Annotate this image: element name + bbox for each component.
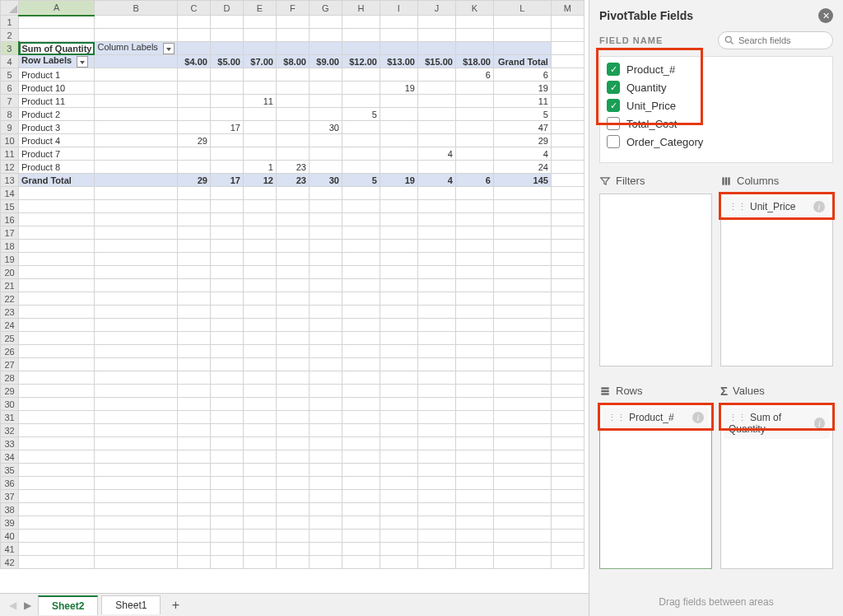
cell-36-K[interactable] [455, 477, 493, 490]
cell-4-H[interactable]: $12.00 [342, 55, 380, 68]
cell-3-L[interactable] [493, 42, 551, 55]
cell-27-I[interactable] [380, 358, 417, 371]
cell-26-K[interactable] [455, 345, 493, 358]
cell-34-E[interactable] [243, 450, 276, 464]
cell-7-G[interactable] [309, 95, 342, 108]
pill-Sum-of-Quantity[interactable]: ⋮⋮Sum of Quantityi [724, 408, 830, 439]
cell-10-C[interactable]: 29 [177, 134, 210, 147]
cell-14-G[interactable] [309, 187, 342, 200]
cell-38-A[interactable] [19, 503, 95, 516]
cell-25-F[interactable] [276, 332, 309, 345]
col-header-D[interactable]: D [210, 1, 243, 16]
cell-21-E[interactable] [243, 279, 276, 292]
cell-30-C[interactable] [177, 398, 210, 411]
cell-19-L[interactable] [493, 253, 551, 266]
cell-40-J[interactable] [417, 530, 455, 543]
cell-17-H[interactable] [342, 226, 380, 240]
cell-9-K[interactable] [455, 121, 493, 134]
cell-30-F[interactable] [276, 398, 309, 411]
cell-22-M[interactable] [551, 292, 584, 306]
cell-42-F[interactable] [276, 556, 309, 569]
add-sheet-button[interactable]: + [165, 598, 185, 613]
cell-37-F[interactable] [276, 490, 309, 503]
col-header-K[interactable]: K [455, 1, 493, 16]
cell-42-K[interactable] [455, 556, 493, 569]
cell-38-K[interactable] [455, 503, 493, 516]
cell-8-C[interactable] [177, 108, 210, 121]
row-header-6[interactable]: 6 [1, 82, 19, 95]
cell-40-M[interactable] [551, 530, 584, 543]
cell-37-G[interactable] [309, 490, 342, 503]
cell-30-I[interactable] [380, 398, 417, 411]
cell-38-G[interactable] [309, 503, 342, 516]
cell-28-M[interactable] [551, 371, 584, 385]
cell-9-H[interactable] [342, 121, 380, 134]
cell-17-C[interactable] [177, 226, 210, 240]
cell-25-G[interactable] [309, 332, 342, 345]
pill-Unit_Price[interactable]: ⋮⋮Unit_Pricei [724, 197, 830, 217]
cell-24-A[interactable] [19, 319, 95, 332]
cell-11-I[interactable] [380, 147, 417, 161]
row-header-10[interactable]: 10 [1, 134, 19, 147]
cell-24-L[interactable] [493, 319, 551, 332]
cell-1-C[interactable] [177, 16, 210, 29]
cell-20-E[interactable] [243, 266, 276, 279]
cell-6-J[interactable] [417, 82, 455, 95]
cell-12-I[interactable] [380, 161, 417, 174]
cell-41-K[interactable] [455, 543, 493, 556]
cell-31-L[interactable] [493, 411, 551, 424]
cell-36-D[interactable] [210, 477, 243, 490]
cell-6-A[interactable]: Product 10 [19, 82, 95, 95]
cell-26-D[interactable] [210, 345, 243, 358]
cell-27-K[interactable] [455, 358, 493, 371]
cell-14-J[interactable] [417, 187, 455, 200]
cell-33-I[interactable] [380, 437, 417, 450]
checkbox-Quantity[interactable] [607, 81, 620, 94]
checkbox-Product_#[interactable] [607, 63, 620, 76]
cell-28-E[interactable] [243, 371, 276, 385]
cell-6-K[interactable] [455, 82, 493, 95]
row-header-37[interactable]: 37 [1, 490, 19, 503]
cell-28-A[interactable] [19, 371, 95, 385]
cell-24-E[interactable] [243, 319, 276, 332]
cell-38-F[interactable] [276, 503, 309, 516]
cell-5-F[interactable] [276, 68, 309, 82]
cell-3-B[interactable]: Column Labels [95, 42, 177, 55]
cell-7-A[interactable]: Product 11 [19, 95, 95, 108]
cell-12-A[interactable]: Product 8 [19, 161, 95, 174]
cell-41-I[interactable] [380, 543, 417, 556]
cell-16-M[interactable] [551, 213, 584, 226]
col-header-A[interactable]: A [19, 1, 95, 16]
cell-18-J[interactable] [417, 240, 455, 253]
cell-24-H[interactable] [342, 319, 380, 332]
cell-27-L[interactable] [493, 358, 551, 371]
cell-11-A[interactable]: Product 7 [19, 147, 95, 161]
cell-28-J[interactable] [417, 371, 455, 385]
row-header-5[interactable]: 5 [1, 68, 19, 82]
field-Total_Cost[interactable]: Total_Cost [605, 114, 827, 133]
cell-2-M[interactable] [551, 29, 584, 42]
cell-36-M[interactable] [551, 477, 584, 490]
cell-21-I[interactable] [380, 279, 417, 292]
cell-39-I[interactable] [380, 516, 417, 530]
checkbox-Total_Cost[interactable] [607, 117, 620, 130]
cell-35-M[interactable] [551, 464, 584, 477]
cell-37-K[interactable] [455, 490, 493, 503]
cell-18-G[interactable] [309, 240, 342, 253]
cell-6-M[interactable] [551, 82, 584, 95]
cell-24-J[interactable] [417, 319, 455, 332]
cell-39-D[interactable] [210, 516, 243, 530]
cell-25-C[interactable] [177, 332, 210, 345]
cell-41-F[interactable] [276, 543, 309, 556]
cell-18-E[interactable] [243, 240, 276, 253]
column-labels-dropdown[interactable] [163, 43, 175, 54]
cell-16-I[interactable] [380, 213, 417, 226]
cell-19-E[interactable] [243, 253, 276, 266]
cell-30-G[interactable] [309, 398, 342, 411]
cell-16-K[interactable] [455, 213, 493, 226]
cell-42-D[interactable] [210, 556, 243, 569]
cell-38-J[interactable] [417, 503, 455, 516]
cell-1-G[interactable] [309, 16, 342, 29]
cell-20-H[interactable] [342, 266, 380, 279]
cell-42-J[interactable] [417, 556, 455, 569]
